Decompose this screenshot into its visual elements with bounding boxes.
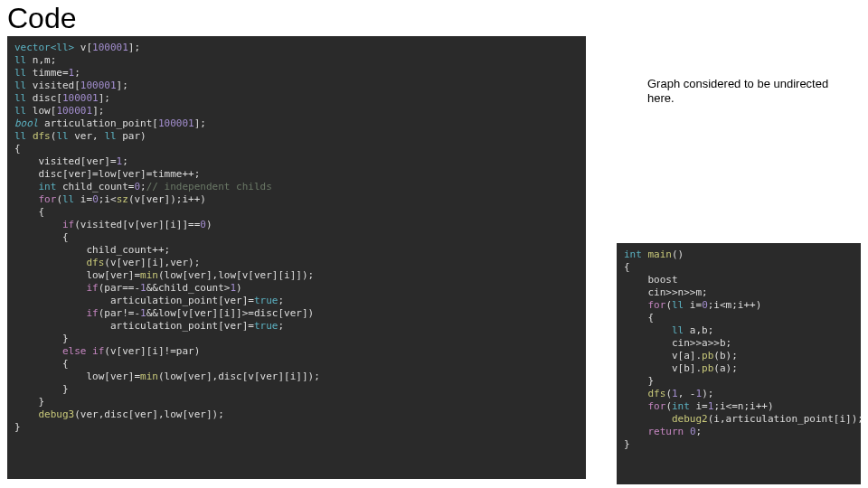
graph-note: Graph considered to be undirected here. [647,77,846,105]
code-block-right: int main() { boost cin>>n>>m; for(ll i=0… [617,243,861,484]
code-right-pre: int main() { boost cin>>n>>m; for(ll i=0… [624,249,854,451]
code-block-left: vector<ll> v[100001]; ll n,m; ll timme=1… [7,36,586,479]
page-title: Code [0,0,868,37]
code-left-pre: vector<ll> v[100001]; ll n,m; ll timme=1… [14,42,579,434]
